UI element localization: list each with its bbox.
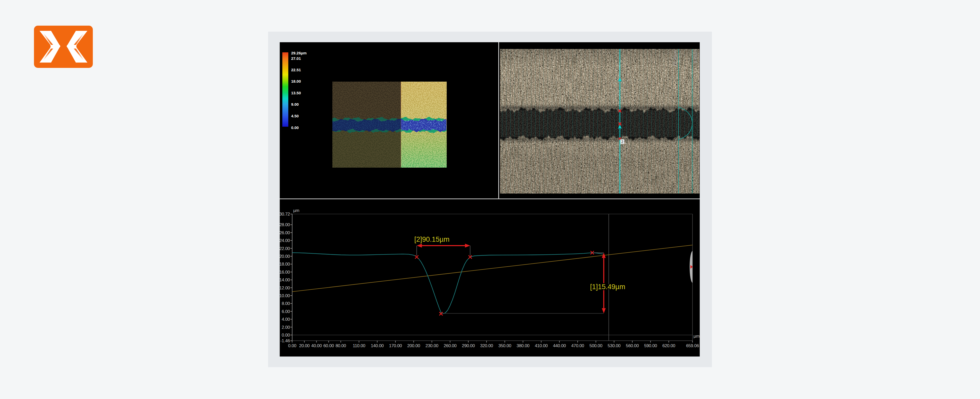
svg-text:28.00: 28.00 [279,222,290,227]
svg-text:26.00: 26.00 [279,230,290,235]
svg-text:230.00: 230.00 [425,343,438,348]
svg-text:60.00: 60.00 [323,343,334,348]
svg-text:110.00: 110.00 [353,343,365,348]
svg-text:80.00: 80.00 [336,343,346,348]
svg-text:µm: µm [694,334,700,339]
svg-text:590.00: 590.00 [644,343,657,348]
svg-text:20.00: 20.00 [299,343,310,348]
svg-text:260.00: 260.00 [444,343,457,348]
svg-text:620.00: 620.00 [662,343,675,348]
svg-text:380.00: 380.00 [517,343,530,348]
svg-text:µm: µm [293,208,299,213]
svg-text:530.00: 530.00 [608,343,620,348]
svg-text:560.00: 560.00 [626,343,639,348]
svg-text:4.50: 4.50 [291,114,299,118]
svg-text:5.45µm: 5.45µm [693,49,698,63]
svg-text:659.06: 659.06 [686,343,699,348]
svg-text:18.00: 18.00 [279,262,290,267]
svg-text:440.00: 440.00 [553,343,566,348]
svg-text:2: 2 [621,139,623,144]
svg-text:2.00: 2.00 [282,325,290,330]
svg-text:9.00: 9.00 [291,102,299,107]
svg-text:14.00: 14.00 [279,278,290,282]
svg-text:170.00: 170.00 [389,343,402,348]
svg-text:-1.46: -1.46 [280,339,290,343]
svg-text:8.00: 8.00 [282,301,290,306]
svg-text:13.50: 13.50 [291,91,301,95]
svg-text:0.00: 0.00 [291,126,299,130]
svg-text:[1]15.49µm: [1]15.49µm [590,283,625,291]
svg-text:22.00: 22.00 [279,246,290,251]
svg-text:200.00: 200.00 [407,343,420,348]
svg-text:27.01: 27.01 [291,56,301,60]
svg-text:24.00: 24.00 [279,238,290,243]
svg-text:18.00: 18.00 [291,79,301,83]
svg-text:10.00: 10.00 [279,293,290,298]
svg-text:470.00: 470.00 [571,343,584,348]
svg-text:4.00: 4.00 [282,317,290,322]
svg-text:0.00: 0.00 [282,333,290,338]
svg-text:30.72: 30.72 [279,212,290,216]
svg-text:12.00: 12.00 [279,286,290,291]
svg-text:500.00: 500.00 [590,343,603,348]
svg-text:40.00: 40.00 [311,343,322,348]
svg-text:350.00: 350.00 [498,343,511,348]
svg-text:20.95µm: 20.95µm [673,50,677,66]
svg-text:22.51: 22.51 [291,68,301,72]
svg-text:[2]90.15µm: [2]90.15µm [414,235,450,243]
svg-text:410.00: 410.00 [535,343,548,348]
svg-text:6.00: 6.00 [282,309,290,314]
svg-text:29.26µm: 29.26µm [291,51,307,55]
svg-text:20.00: 20.00 [279,254,290,259]
svg-text:290.00: 290.00 [462,343,475,348]
svg-text:140.00: 140.00 [371,343,384,348]
svg-text:0.00: 0.00 [288,343,296,348]
svg-text:320.00: 320.00 [480,343,493,348]
svg-text:16.00: 16.00 [279,270,290,275]
